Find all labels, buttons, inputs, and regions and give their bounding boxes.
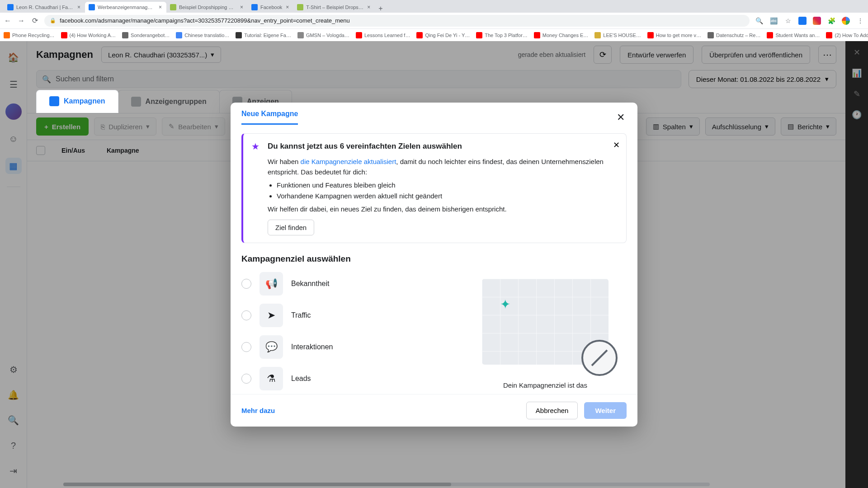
goal-leads[interactable]: ⚗ Leads <box>241 367 446 390</box>
chat-icon: 💬 <box>259 335 283 359</box>
bookmark[interactable]: Chinese translatio… <box>176 32 229 38</box>
bookmark[interactable]: Qing Fei De Yi - Y… <box>416 32 470 38</box>
find-goal-button[interactable]: Ziel finden <box>268 220 314 235</box>
bookmark[interactable]: Tutorial: Eigene Fa… <box>236 32 291 38</box>
sparkle-icon: ✦ <box>500 297 510 312</box>
modal-footer: Mehr dazu Abbrechen Weiter <box>231 394 637 427</box>
section-title: Kampagnenziel auswählen <box>241 254 627 264</box>
modal-tab-new-campaign[interactable]: Neue Kampagne <box>241 110 298 125</box>
new-campaign-modal: Neue Kampagne ✕ ✕ ★ Du kannst jetzt aus … <box>231 103 637 427</box>
close-icon[interactable]: × <box>76 4 81 10</box>
browser-tab-1[interactable]: Leon R. Chaudhari | Facebook× <box>4 2 85 13</box>
goal-list: 📢 Bekanntheit ➤ Traffic 💬 Interaktionen <box>241 272 446 390</box>
funnel-icon: ⚗ <box>259 367 283 390</box>
google-profile-icon[interactable] <box>842 17 850 25</box>
megaphone-icon: 📢 <box>259 272 283 296</box>
browser-tab-2[interactable]: Werbeanzeigenmanager – Wer× <box>85 2 166 13</box>
bookmarks-bar: Phone Recycling… (4) How Working A… Sond… <box>0 28 868 41</box>
learn-more-link[interactable]: Mehr dazu <box>241 407 275 414</box>
browser-tab-4[interactable]: Facebook× <box>248 2 293 13</box>
cancel-button[interactable]: Abbrechen <box>526 402 578 419</box>
goal-description: Dein Kampagnenziel ist das <box>503 380 587 390</box>
goal-engagement[interactable]: 💬 Interaktionen <box>241 335 446 359</box>
goal-illustration: ✦ Dein Kampagnenziel ist das <box>464 272 627 390</box>
cursor-icon: ➤ <box>259 304 283 327</box>
bookmark[interactable]: Phone Recycling… <box>4 32 55 38</box>
lock-icon: 🔒 <box>50 18 56 23</box>
star-icon: ★ <box>251 141 262 152</box>
bookmark[interactable]: The Top 3 Platfor… <box>476 32 528 38</box>
star-icon[interactable]: ☆ <box>784 17 792 25</box>
translate-icon[interactable]: 🔤 <box>769 17 778 25</box>
radio-input[interactable] <box>241 374 251 384</box>
close-icon[interactable]: × <box>366 4 371 10</box>
close-notice-button[interactable]: ✕ <box>613 140 620 150</box>
radio-input[interactable] <box>241 310 251 320</box>
forward-icon[interactable]: → <box>17 17 25 25</box>
bookmark[interactable]: (2) How To Add A… <box>826 32 868 38</box>
browser-tab-5[interactable]: T-Shirt – Beispiel Dropshippin× <box>293 2 375 13</box>
bookmark[interactable]: Money Changes E… <box>534 32 589 38</box>
zoom-icon[interactable]: 🔍 <box>755 17 763 25</box>
bookmark[interactable]: Datenschutz – Re… <box>708 32 760 38</box>
goal-traffic[interactable]: ➤ Traffic <box>241 304 446 327</box>
address-bar: ← → ⟳ 🔒facebook.com/adsmanager/manage/ca… <box>0 13 868 28</box>
close-icon[interactable]: × <box>239 4 244 10</box>
back-icon[interactable]: ← <box>4 17 12 25</box>
close-icon[interactable]: × <box>285 4 290 10</box>
extensions-icon[interactable]: 🧩 <box>827 17 835 25</box>
next-button[interactable]: Weiter <box>584 402 627 419</box>
bookmark[interactable]: Lessons Learned f… <box>356 32 410 38</box>
radio-input[interactable] <box>241 279 251 289</box>
instagram-ext-icon[interactable] <box>813 17 821 25</box>
tab-strip: Leon R. Chaudhari | Facebook× Werbeanzei… <box>0 0 868 13</box>
facebook-ext-icon[interactable] <box>798 17 807 25</box>
bookmark[interactable]: Student Wants an… <box>767 32 820 38</box>
bookmark[interactable]: GMSN – Vologda… <box>297 32 349 38</box>
url-input[interactable]: 🔒facebook.com/adsmanager/manage/campaign… <box>44 15 750 27</box>
notice-title: Du kannst jetzt aus 6 vereinfachten Ziel… <box>268 142 462 151</box>
browser-tab-3[interactable]: Beispiel Dropshipping Store× <box>166 2 248 13</box>
notice-body: Wir haben die Kampagnenziele aktualisier… <box>251 156 618 214</box>
goal-awareness[interactable]: 📢 Bekanntheit <box>241 272 446 296</box>
radio-input[interactable] <box>241 342 251 352</box>
info-notice: ✕ ★ Du kannst jetzt aus 6 vereinfachten … <box>241 133 627 243</box>
bookmark[interactable]: Sonderangebot… <box>122 32 170 38</box>
modal-overlay: Neue Kampagne ✕ ✕ ★ Du kannst jetzt aus … <box>0 41 868 488</box>
tab-campaigns[interactable]: Kampagnen <box>36 90 118 113</box>
url-text: facebook.com/adsmanager/manage/campaigns… <box>60 17 350 24</box>
objectives-update-link[interactable]: die Kampagnenziele aktualisiert <box>301 158 396 165</box>
new-tab-button[interactable]: + <box>375 5 386 13</box>
compass-icon <box>581 340 618 376</box>
reload-icon[interactable]: ⟳ <box>31 16 39 25</box>
browser-chrome: Leon R. Chaudhari | Facebook× Werbeanzei… <box>0 0 868 28</box>
folder-icon <box>49 96 59 106</box>
menu-icon[interactable]: ⋮ <box>856 17 864 25</box>
close-icon[interactable]: × <box>158 4 163 10</box>
bookmark[interactable]: (4) How Working A… <box>61 32 116 38</box>
close-modal-button[interactable]: ✕ <box>615 110 627 125</box>
bookmark[interactable]: LEE'S HOUSE… <box>594 32 641 38</box>
bookmark[interactable]: How to get more v… <box>647 32 701 38</box>
